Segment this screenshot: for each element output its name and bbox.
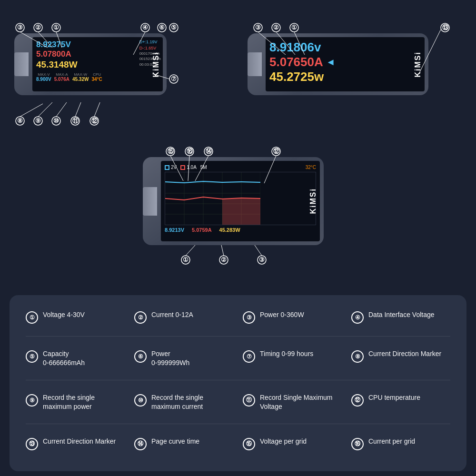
legend-grid: ① Voltage 4-30V ② Current 0-12A ③ Power … [21,304,455,463]
legend-num-10: ⑩ [134,394,147,407]
max-w-val: 45.32W [72,77,89,82]
legend-num-6: ⑥ [134,350,147,363]
max-v-val: 8.900V [36,77,51,82]
svg-point-5 [52,23,60,32]
brand-text-bottom: KiMSi [309,188,317,214]
svg-text:⑦: ⑦ [171,75,177,82]
legend-item-1: ① Voltage 4-30V [21,304,129,336]
legend-item-11: ⑪ Record Single Maximum Voltage [238,387,347,424]
legend-num-1: ① [26,311,38,324]
svg-line-29 [75,102,81,117]
stats-row: MAX-V 8.900V MAX-A 5.076A MAX-W 45.32W C… [36,72,159,82]
legend-num-3: ③ [243,311,255,324]
legend-text-6: Power0-999999Wh [151,349,189,367]
device-right: 8.91806v 5.07650A ◄ 45.2725w KiMSi ③ ② ① [238,19,452,129]
legend-text-14: Page curve time [151,437,199,446]
legend-num-9: ⑨ [26,394,38,407]
brand-label-bottom: KiMSi [306,157,321,245]
svg-line-76 [221,245,224,256]
current-arrow: ◄ [326,57,336,68]
legend-num-8: ⑧ [351,350,364,363]
graph-svg [165,172,260,225]
current-indicator: 1.0A [180,165,197,170]
graph-footer: 8.9213V 5.0759A 45.283W [165,227,316,233]
svg-text:⑬: ⑬ [442,24,449,31]
legend-item-16: ⑯ Current per grid [347,430,455,463]
svg-text:⑪: ⑪ [72,117,79,124]
svg-point-74 [258,256,266,264]
brand-label-right: KiMSi [410,33,426,95]
graph-area [165,172,316,225]
legend-text-10: Record the single maximum current [151,393,233,411]
time-scale: 5M [200,165,207,170]
voltage-indicator: 2V [165,165,177,170]
svg-text:③: ③ [259,256,265,263]
legend-item-4: ④ Data Interface Voltage [347,304,455,336]
legend-num-16: ⑯ [351,438,364,450]
svg-text:⑫: ⑫ [273,148,280,155]
legend-section: ① Voltage 4-30V ② Current 0-12A ③ Power … [10,295,466,471]
svg-line-30 [94,102,100,117]
legend-num-14: ⑭ [134,438,147,450]
svg-text:⑤: ⑤ [171,24,177,31]
devices-section: 8.92375V 5.07800A 45.3148W MAX-V 8.900V … [0,0,476,295]
svg-point-32 [169,75,178,83]
svg-line-26 [20,104,43,117]
device-bottom: 2V 1.0A 5M 32°C [133,143,343,267]
screen-left: 8.92375V 5.07800A 45.3148W MAX-V 8.900V … [32,37,163,91]
svg-point-19 [34,117,42,125]
legend-item-8: ⑧ Current Direction Marker [347,343,455,380]
bottom-voltage: 8.9213V [165,227,184,233]
svg-point-3 [34,23,42,32]
svg-text:⑫: ⑫ [91,117,98,124]
legend-text-12: CPU temperature [368,393,420,402]
cpu-label: CPU [91,72,102,77]
svg-point-25 [90,117,99,125]
svg-point-58 [166,147,175,156]
svg-text:⑥: ⑥ [159,24,165,31]
svg-text:⑮: ⑮ [168,148,174,155]
legend-text-11: Record Single Maximum Voltage [260,393,342,411]
graph-header: 2V 1.0A 5M 32°C [165,164,316,171]
svg-text:③: ③ [255,24,261,31]
legend-text-13: Current Direction Marker [43,437,116,446]
legend-item-12: ⑫ CPU temperature [347,387,455,424]
legend-num-2: ② [134,311,147,324]
svg-point-35 [254,23,262,32]
svg-point-23 [71,117,79,125]
current-row: 5.07650A ◄ [269,55,421,69]
svg-text:⑨: ⑨ [35,117,41,124]
max-w-label: MAX-W [72,72,89,77]
voltage-scale: 2V [171,165,177,170]
svg-point-37 [272,23,280,32]
legend-item-15: ⑮ Voltage per grid [238,430,347,463]
screen-bottom: 2V 1.0A 5M 32°C [161,161,320,241]
screen-right: 8.91806v 5.07650A ◄ 45.2725w [266,37,425,91]
svg-text:⑩: ⑩ [53,117,59,124]
svg-text:①: ① [183,256,188,263]
svg-point-21 [52,117,60,125]
max-a-label: MAX-A [54,72,69,77]
legend-item-9: ⑨ Record the single maximum power [21,387,129,424]
legend-item-7: ⑦ Timing 0-99 hours [238,343,347,380]
svg-point-39 [290,23,298,32]
right-power: 45.2725w [269,69,421,84]
device-left: 8.92375V 5.07800A 45.3148W MAX-V 8.900V … [5,19,181,129]
svg-text:①: ① [53,24,59,31]
svg-point-15 [158,23,166,32]
svg-point-1 [16,23,24,32]
legend-divider-1 [26,336,450,337]
right-current: 5.07650A [269,55,323,69]
svg-point-13 [169,23,178,32]
svg-line-77 [255,245,262,256]
svg-line-27 [38,102,52,117]
svg-point-10 [141,23,149,32]
legend-item-3: ③ Power 0-360W [238,304,347,336]
svg-text:③: ③ [17,24,23,31]
legend-text-16: Current per grid [368,437,415,446]
legend-text-1: Voltage 4-30V [43,310,85,319]
legend-num-12: ⑫ [351,394,364,407]
legend-text-4: Data Interface Voltage [368,310,435,319]
svg-text:⑯: ⑯ [187,148,193,155]
legend-text-2: Current 0-12A [151,310,193,319]
